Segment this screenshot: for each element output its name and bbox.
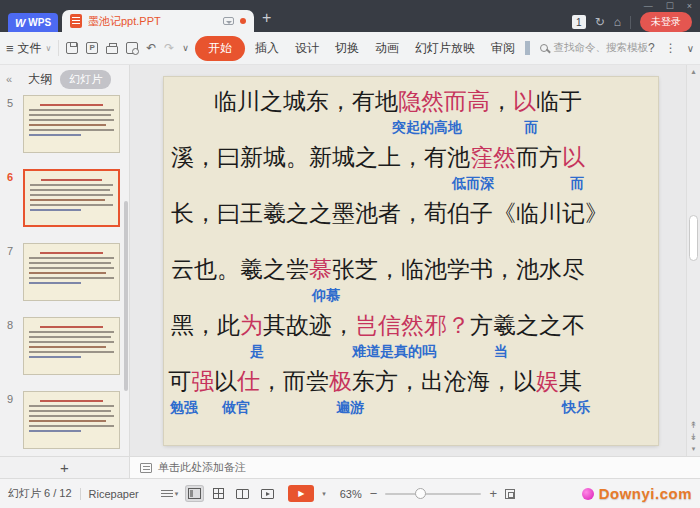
vertical-scrollbar[interactable]: ▴ ↟ ↡ ▾	[686, 65, 700, 456]
thumbnail-preview[interactable]	[23, 391, 120, 449]
display-view-icon	[261, 489, 274, 499]
slide-annotation-line	[164, 229, 658, 255]
print-icon[interactable]	[106, 46, 118, 54]
thumbnail-preview[interactable]	[23, 95, 120, 153]
ribbon-tab-2[interactable]: 设计	[287, 36, 327, 61]
play-options-caret[interactable]: ▾	[322, 490, 326, 498]
minimize-button[interactable]: —	[644, 1, 653, 11]
unsaved-dot-icon	[240, 18, 246, 24]
ribbon-right: ? ⋮ ∨	[648, 41, 694, 55]
add-slide-button[interactable]: +	[60, 460, 69, 475]
qat-dropdown-icon[interactable]: ∨	[182, 43, 189, 53]
normal-view-button[interactable]	[186, 486, 203, 501]
chevron-down-icon: ∨	[46, 44, 52, 53]
thumbnail-preview[interactable]	[23, 317, 120, 375]
notes-layout-toggle[interactable]: ▾	[161, 490, 179, 498]
ribbon-tab-5[interactable]: 幻灯片放映	[407, 36, 483, 61]
collapse-ribbon-icon[interactable]: ∨	[687, 43, 694, 54]
slide-annotation-line: 勉强做官遍游快乐	[164, 397, 658, 423]
slide-text-line: 黑，此为其故迹，岂信然邪？方羲之之不	[164, 311, 658, 341]
undo-icon[interactable]: ↶	[146, 41, 156, 55]
ribbon-tabs: 开始插入设计切换动画幻灯片放映审阅	[195, 36, 523, 61]
theme-name: Ricepaper	[89, 488, 139, 500]
zoom-slider-track	[385, 493, 481, 495]
doc-count-badge[interactable]: 1	[572, 15, 586, 29]
ribbon-divider	[58, 40, 59, 56]
thumbnail-number: 7	[7, 243, 23, 301]
slide-thumbnail-6[interactable]: 6	[7, 169, 120, 227]
document-tab[interactable]: 墨池记ppt.PPT	[62, 10, 254, 32]
slide-text-line: 临川之城东，有地隐然而高，以临于	[164, 87, 658, 117]
thumbnail-number: 8	[7, 317, 23, 375]
fit-window-icon[interactable]	[505, 489, 515, 499]
slide-text-line: 溪，曰新城。新城之上，有池窪然而方以	[164, 143, 658, 173]
thumbnail-number: 9	[7, 391, 23, 449]
zoom-slider[interactable]	[385, 488, 481, 500]
save-icon[interactable]	[66, 42, 78, 54]
slide-content[interactable]: 临川之城东，有地隐然而高，以临于突起的高地而溪，曰新城。新城之上，有池窪然而方以…	[164, 77, 658, 445]
thumbnail-preview[interactable]	[23, 169, 120, 227]
zoom-in-button[interactable]: +	[489, 486, 497, 501]
watermark-dot-icon	[582, 488, 594, 500]
ribbon-tab-3[interactable]: 切换	[327, 36, 367, 61]
slide-text-line: 可强以仕，而尝极东方，出沧海，以娱其	[164, 367, 658, 397]
play-slideshow-button[interactable]: ▶	[288, 485, 314, 502]
thumbnail-preview[interactable]	[23, 243, 120, 301]
tab-outline[interactable]: 大纲	[28, 71, 52, 88]
zoom-level[interactable]: 63%	[340, 488, 362, 500]
slide-annotation-line: 是难道是真的吗当	[164, 341, 658, 367]
slide-text-line: 长，曰王羲之之墨池者，荀伯子《临川记》	[164, 199, 658, 229]
collapse-panel-icon[interactable]: «	[6, 73, 12, 85]
slide-thumbnail-9[interactable]: 9	[7, 391, 120, 449]
watermark-area: Downyi.com	[582, 485, 692, 502]
text-cursor-indicator	[525, 41, 531, 55]
ribbon-tab-6[interactable]: 审阅	[483, 36, 523, 61]
normal-view-icon	[188, 488, 201, 499]
skin-icon[interactable]: ⌂	[614, 15, 621, 29]
next-slide-icon[interactable]: ↡	[690, 432, 698, 442]
document-tab-title: 墨池记ppt.PPT	[88, 14, 217, 29]
slide-sorter-view-button[interactable]	[211, 486, 226, 501]
titlebar-divider	[630, 16, 631, 29]
print-preview-icon[interactable]	[126, 42, 138, 54]
reading-view-button[interactable]	[234, 487, 251, 501]
search-icon	[540, 44, 548, 52]
close-button[interactable]: ×	[687, 1, 692, 11]
export-pdf-icon[interactable]	[86, 42, 98, 54]
chevron-down-icon: ▾	[175, 490, 179, 498]
scrollbar-thumb[interactable]	[689, 215, 698, 261]
zoom-out-button[interactable]: −	[370, 486, 378, 501]
ribbon-tab-0[interactable]: 开始	[195, 36, 245, 61]
slide-thumbnail-5[interactable]: 5	[7, 95, 120, 153]
ribbon-tab-1[interactable]: 插入	[247, 36, 287, 61]
previous-slide-icon[interactable]: ↟	[690, 420, 698, 430]
ribbon: ≡ 文件 ∨ ↶ ↷ ∨ 开始插入设计切换动画幻灯片放映审阅 查找命令、搜索模板…	[0, 32, 700, 64]
login-button[interactable]: 未登录	[640, 12, 692, 32]
notes-input[interactable]: 单击此处添加备注	[130, 457, 700, 478]
wps-logo[interactable]: W WPS	[8, 13, 58, 32]
sidebar-scrollbar[interactable]	[124, 201, 128, 391]
help-button[interactable]: ?	[648, 41, 655, 55]
scroll-up-icon[interactable]: ▴	[687, 67, 700, 76]
maximize-button[interactable]: ☐	[666, 1, 674, 11]
more-options-icon[interactable]: ⋮	[665, 41, 677, 55]
slide-thumbnail-7[interactable]: 7	[7, 243, 120, 301]
wps-presentation-window: W WPS 墨池记ppt.PPT + 1 ↻ ⌂ 未登录 — ☐ × ≡ 文件 …	[0, 0, 700, 508]
tab-slides[interactable]: 幻灯片	[60, 70, 111, 89]
titlebar: W WPS 墨池记ppt.PPT + 1 ↻ ⌂ 未登录 — ☐ ×	[0, 0, 700, 32]
sync-icon[interactable]: ↻	[595, 15, 605, 29]
scroll-down-icon[interactable]: ▾	[692, 444, 696, 454]
slideshow-view-button[interactable]	[259, 487, 276, 501]
file-menu-label: 文件	[18, 40, 42, 57]
command-search[interactable]: 查找命令、搜索模板	[540, 41, 648, 55]
zoom-slider-thumb[interactable]	[415, 488, 426, 499]
slide-text-line: 云也。羲之尝慕张芝，临池学书，池水尽	[164, 255, 658, 285]
wps-logo-text: WPS	[28, 17, 51, 28]
new-tab-button[interactable]: +	[262, 9, 271, 27]
comment-bubble-icon[interactable]	[223, 17, 234, 25]
ribbon-tab-4[interactable]: 动画	[367, 36, 407, 61]
file-menu-button[interactable]: ≡ 文件 ∨	[6, 40, 51, 57]
redo-icon[interactable]: ↷	[164, 41, 174, 55]
book-view-icon	[236, 489, 249, 499]
slide-thumbnail-8[interactable]: 8	[7, 317, 120, 375]
